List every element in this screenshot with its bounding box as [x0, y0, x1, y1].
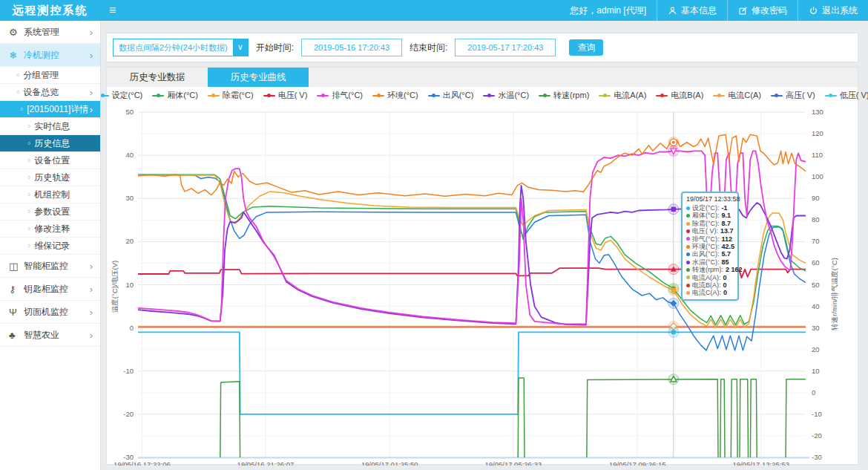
query-toolbar: 数据点间隔2分钟(24小时数据) ∨ 开始时间: 结束时间: 查询 — [106, 33, 858, 62]
y-axis-right-tick: 30 — [812, 324, 820, 332]
bullet-icon: ○ — [27, 174, 30, 180]
y-axis-left-tick: 30 — [125, 194, 134, 202]
tooltip-series-value: 8.7 — [722, 220, 731, 227]
sidebar-item-key-cabinet-monitoring[interactable]: ⚷钥匙柜监控› — [0, 278, 100, 301]
legend-item[interactable]: 电流B(A) — [656, 90, 703, 101]
chart-tooltip: 19/05/17 12:33:58 设定(°C): -1厢体(°C): 9.1除… — [681, 192, 739, 301]
legend-marker — [208, 93, 220, 99]
start-time-input[interactable] — [301, 39, 402, 56]
end-time-label: 结束时间: — [410, 42, 447, 54]
sidebar-item-chiller-monitoring[interactable]: ❄冷机测控› — [0, 44, 100, 67]
legend-marker-dot — [432, 94, 435, 97]
legend-item[interactable]: 厢体(°C) — [152, 90, 198, 101]
bullet-icon: ○ — [27, 243, 30, 248]
y-axis-right-tick: -10 — [812, 410, 822, 418]
bullet-icon: ○ — [16, 89, 19, 94]
end-time-input[interactable] — [455, 39, 556, 56]
tooltip-series-dot — [686, 206, 690, 210]
sidebar-item-smart-agriculture[interactable]: ♣智慧农业› — [0, 324, 100, 347]
legend-marker-dot — [377, 94, 381, 97]
legend-item-label: 水温(°C) — [498, 90, 529, 101]
sidebar-item-group-management[interactable]: ○分组管理 — [0, 67, 100, 84]
legend-item-label: 出风(°C) — [443, 90, 474, 101]
legend-item[interactable]: 转速(rpm) — [539, 90, 589, 101]
y-axis-left-tick: 50 — [125, 108, 134, 116]
sidebar-item-maintenance-records[interactable]: ○维保记录 — [0, 238, 100, 255]
bullet-icon: ○ — [20, 106, 23, 111]
chevron-right-icon: › — [90, 50, 97, 61]
hamburger-menu-icon[interactable]: ≡ — [100, 4, 125, 17]
legend-marker-dot — [603, 94, 607, 97]
bullet-icon: ○ — [27, 192, 30, 197]
sidebar-item-label: 冷机测控 — [24, 49, 90, 62]
sidebar-item-history-info[interactable]: ○历史信息 — [0, 135, 100, 152]
legend-marker — [713, 93, 725, 99]
legend-item[interactable]: 设定(°C) — [97, 90, 143, 101]
tooltip-series-value: 85 — [722, 258, 729, 266]
y-axis-right-tick: 10 — [812, 367, 820, 375]
legend-marker — [771, 93, 783, 99]
sidebar-item-history-track[interactable]: ○历史轨迹 — [0, 169, 100, 186]
legend-item[interactable]: 低压( V) — [825, 90, 868, 101]
chart-legend: 设定(°C)厢体(°C)除霜(°C)电压( V)排气(°C)环境(°C)出风(°… — [107, 90, 859, 101]
y-axis-right-tick: 20 — [812, 345, 820, 353]
sidebar-item-device-20150011-detail[interactable]: ○[20150011]详情› — [0, 101, 100, 118]
tooltip-series-label: 转速(rpm): — [692, 266, 723, 273]
sidebar-item-unit-control[interactable]: ○机组控制 — [0, 186, 100, 203]
tooltip-series-dot — [686, 275, 690, 279]
legend-item[interactable]: 电流A(A) — [599, 90, 646, 101]
tooltip-series-value: 112 — [722, 235, 733, 243]
tooltip-series-label: 水温(°C): — [692, 258, 720, 266]
sidebar-item-label: 维保记录 — [34, 240, 97, 252]
query-button[interactable]: 查询 — [569, 39, 603, 56]
series-line — [138, 332, 806, 414]
sidebar-item-label: 系统管理 — [24, 26, 90, 39]
x-axis-tick: 19/05/17 09:26:15 — [609, 460, 666, 466]
sidebar-item-label: 实时信息 — [34, 120, 97, 133]
tooltip-row: 电流B(A): 0 — [686, 281, 734, 289]
sidebar-item-realtime-info[interactable]: ○实时信息 — [0, 118, 100, 135]
legend-marker — [317, 93, 329, 99]
sidebar-item-label: 历史轨迹 — [34, 172, 97, 184]
interval-select[interactable]: 数据点间隔2分钟(24小时数据) ∨ — [113, 39, 249, 56]
header-menu-label: 修改密码 — [752, 4, 787, 17]
legend-marker-dot — [829, 94, 832, 97]
legend-marker — [825, 93, 837, 99]
tooltip-series-label: 排气(°C): — [692, 235, 720, 243]
legend-item[interactable]: 排气(°C) — [317, 90, 363, 101]
header-menu-edit[interactable]: 修改密码 — [727, 0, 798, 21]
sidebar-item-smart-cabinet-monitoring[interactable]: ◫智能柜监控› — [0, 255, 100, 278]
history-curve-chart[interactable]: -30-20-1001020304050-30-20-1001020304050… — [107, 84, 859, 466]
sidebar-item-system-management[interactable]: ⚙系统管理› — [0, 21, 100, 44]
legend-item[interactable]: 水温(°C) — [483, 90, 529, 101]
legend-item[interactable]: 电压( V) — [263, 90, 308, 101]
tooltip-series-label: 厢体(°C): — [692, 212, 720, 219]
sidebar-item-parameter-settings[interactable]: ○参数设置 — [0, 203, 100, 221]
legend-marker — [428, 93, 440, 99]
legend-item-label: 电压( V) — [278, 90, 308, 101]
header-menu-power[interactable]: 退出系统 — [798, 0, 868, 21]
sidebar-item-device-location[interactable]: ○设备位置 — [0, 152, 100, 169]
legend-item[interactable]: 电流C(A) — [713, 90, 761, 101]
header-menu-user[interactable]: 基本信息 — [657, 0, 727, 21]
legend-item[interactable]: 高压( V) — [771, 90, 815, 101]
tooltip-series-value: 0 — [723, 281, 727, 289]
legend-item[interactable]: 除霜(°C) — [208, 90, 254, 101]
tooltip-series-dot — [686, 291, 690, 295]
legend-marker-dot — [211, 94, 215, 97]
legend-item[interactable]: 出风(°C) — [428, 90, 474, 101]
y-axis-right-tick: 0 — [812, 388, 815, 396]
legend-item[interactable]: 环境(°C) — [372, 90, 418, 101]
y-axis-right-tick: 120 — [812, 129, 823, 137]
y-axis-right-tick: 50 — [812, 281, 820, 289]
sidebar-item-label: 智能柜监控 — [24, 260, 90, 272]
sidebar-item-slicer-monitoring[interactable]: Ψ切面机监控› — [0, 301, 100, 324]
sidebar-item-label: 钥匙柜监控 — [24, 283, 90, 296]
power-icon — [809, 6, 818, 16]
tooltip-series-value: 0 — [723, 289, 727, 296]
sidebar-item-device-overview[interactable]: ○设备总览› — [0, 84, 100, 101]
sidebar-item-edit-remarks[interactable]: ○修改注释 — [0, 221, 100, 238]
sidebar-item-label: [20150011]详情 — [27, 103, 89, 116]
legend-marker-dot — [543, 94, 547, 97]
y-axis-left-title: 温度(°C)/电压(V) — [111, 261, 119, 313]
